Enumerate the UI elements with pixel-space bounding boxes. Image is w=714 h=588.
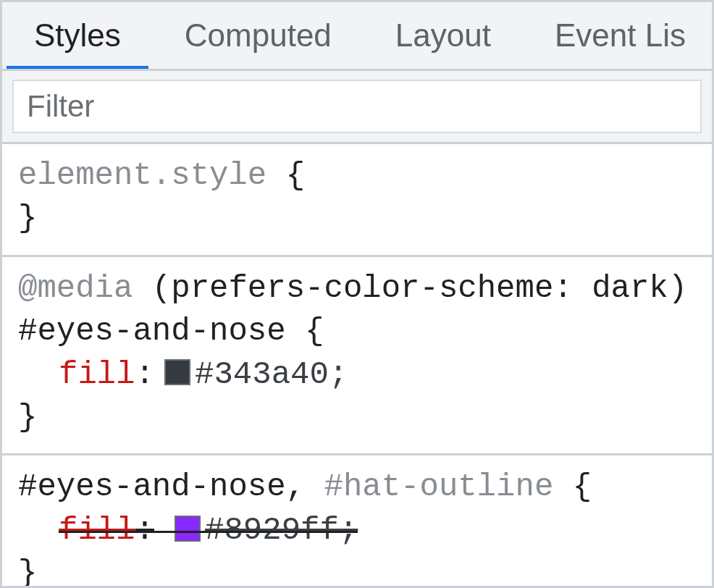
colon: :: [135, 509, 154, 552]
open-brace: {: [305, 313, 324, 349]
close-brace: }: [18, 197, 696, 240]
tab-bar: Styles Computed Layout Event Lis: [2, 2, 712, 71]
filter-input[interactable]: [12, 80, 702, 133]
tab-styles-label: Styles: [34, 17, 121, 54]
semicolon: ;: [339, 509, 358, 552]
media-condition: (prefers-color-scheme: dark): [152, 270, 687, 306]
media-keyword: @media: [18, 270, 133, 306]
selector-comma: ,: [286, 469, 324, 505]
tab-layout-label: Layout: [395, 17, 491, 54]
colon: :: [135, 353, 154, 396]
rules-list: element.style { } @media (prefers-color-…: [2, 144, 712, 586]
tab-event-listeners-label: Event Lis: [555, 17, 686, 54]
property-value[interactable]: #8929ff: [205, 509, 339, 552]
selector[interactable]: #eyes-and-nose: [18, 313, 286, 349]
color-swatch-icon[interactable]: [175, 516, 201, 542]
media-line: @media (prefers-color-scheme: dark): [18, 267, 696, 310]
property-name[interactable]: fill: [59, 509, 135, 552]
declaration-overridden[interactable]: fill:#8929ff;: [18, 509, 696, 552]
close-brace: }: [18, 552, 696, 586]
tab-computed[interactable]: Computed: [153, 2, 364, 69]
open-brace: {: [286, 157, 305, 193]
property-value[interactable]: #343a40: [195, 353, 329, 396]
declaration[interactable]: fill: #343a40;: [18, 353, 696, 396]
tab-layout[interactable]: Layout: [364, 2, 523, 69]
styles-panel: Styles Computed Layout Event Lis element…: [0, 0, 714, 588]
selector[interactable]: element.style: [18, 157, 266, 193]
semicolon: ;: [329, 353, 348, 396]
selector-line: #eyes-and-nose {: [18, 310, 696, 353]
close-brace: }: [18, 396, 696, 439]
selector-inactive[interactable]: #hat-outline: [324, 469, 553, 505]
strike-wrap: fill:#8929ff;: [59, 509, 358, 552]
open-brace: {: [573, 469, 592, 505]
selector-line: element.style {: [18, 154, 696, 197]
tab-styles[interactable]: Styles: [2, 2, 153, 69]
rule-block[interactable]: @media (prefers-color-scheme: dark) #eye…: [2, 257, 712, 456]
rule-block[interactable]: element.style { }: [2, 144, 712, 257]
tab-event-listeners[interactable]: Event Lis: [523, 2, 712, 69]
filter-row: [2, 71, 712, 144]
color-swatch-icon[interactable]: [164, 359, 190, 385]
rule-block[interactable]: #eyes-and-nose, #hat-outline { fill:#892…: [2, 455, 712, 586]
selector-active[interactable]: #eyes-and-nose: [18, 469, 286, 505]
selector-line: #eyes-and-nose, #hat-outline {: [18, 466, 696, 508]
tab-computed-label: Computed: [185, 17, 332, 54]
property-name[interactable]: fill: [59, 353, 135, 396]
